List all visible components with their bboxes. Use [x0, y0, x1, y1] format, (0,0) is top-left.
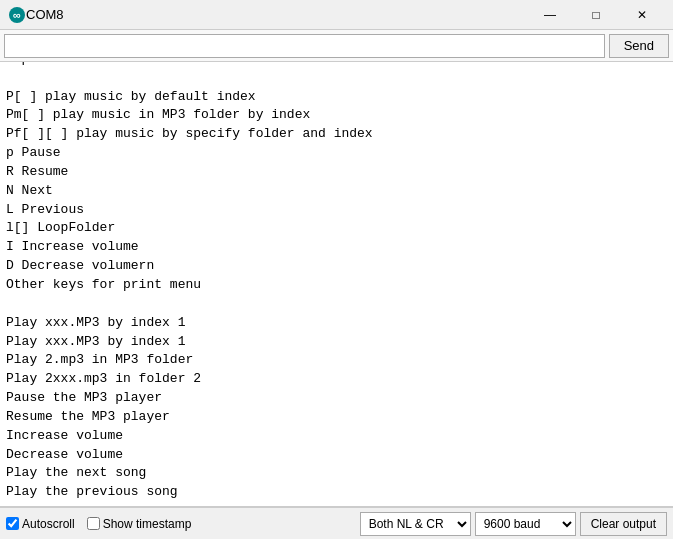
status-right: No line endingNewlineCarriage returnBoth…: [360, 512, 667, 536]
minimize-button[interactable]: —: [527, 0, 573, 30]
autoscroll-label[interactable]: Autoscroll: [6, 517, 75, 531]
svg-text:∞: ∞: [13, 9, 21, 21]
output-line: Play xxx.MP3 by index 1: [6, 333, 667, 352]
timestamp-text: Show timestamp: [103, 517, 192, 531]
timestamp-checkbox[interactable]: [87, 517, 100, 530]
status-bar: Autoscroll Show timestamp No line ending…: [0, 507, 673, 539]
output-line: Play the next song: [6, 464, 667, 483]
output-line: Other keys for print menu: [6, 276, 667, 295]
send-button[interactable]: Send: [609, 34, 669, 58]
output-line: [6, 295, 667, 314]
output-line: Play 2.mp3 in MP3 folder: [6, 351, 667, 370]
autoscroll-checkbox[interactable]: [6, 517, 19, 530]
output-line: l[] LoopFolder: [6, 219, 667, 238]
output-text: Grove - Serial MP3 DemoInput command: P[…: [6, 62, 667, 502]
output-line: I Increase volume: [6, 238, 667, 257]
output-line: [6, 69, 667, 88]
output-line: Play xxx.MP3 by index 1: [6, 314, 667, 333]
serial-monitor-output: Grove - Serial MP3 DemoInput command: P[…: [0, 62, 673, 507]
close-button[interactable]: ✕: [619, 0, 665, 30]
line-ending-select[interactable]: No line endingNewlineCarriage returnBoth…: [360, 512, 471, 536]
timestamp-label[interactable]: Show timestamp: [87, 517, 192, 531]
output-line: Play the previous song: [6, 483, 667, 502]
output-line: Pf[ ][ ] play music by specify folder an…: [6, 125, 667, 144]
status-left: Autoscroll Show timestamp: [6, 517, 352, 531]
clear-output-button[interactable]: Clear output: [580, 512, 667, 536]
output-line: R Resume: [6, 163, 667, 182]
autoscroll-text: Autoscroll: [22, 517, 75, 531]
output-line: Play 2xxx.mp3 in folder 2: [6, 370, 667, 389]
baud-rate-select[interactable]: 300 baud1200 baud2400 baud4800 baud9600 …: [475, 512, 576, 536]
output-line: Pm[ ] play music in MP3 folder by index: [6, 106, 667, 125]
toolbar: Send: [0, 30, 673, 62]
output-line: P[ ] play music by default index: [6, 88, 667, 107]
output-line: N Next: [6, 182, 667, 201]
output-line: Input command:: [6, 62, 667, 69]
output-line: Pause the MP3 player: [6, 389, 667, 408]
window-title: COM8: [26, 7, 527, 22]
maximize-button[interactable]: □: [573, 0, 619, 30]
output-line: L Previous: [6, 201, 667, 220]
output-line: Decrease volume: [6, 446, 667, 465]
output-line: Resume the MP3 player: [6, 408, 667, 427]
send-input[interactable]: [4, 34, 605, 58]
title-bar: ∞ COM8 — □ ✕: [0, 0, 673, 30]
output-line: D Decrease volumern: [6, 257, 667, 276]
output-line: p Pause: [6, 144, 667, 163]
window-controls: — □ ✕: [527, 0, 665, 30]
output-line: Increase volume: [6, 427, 667, 446]
arduino-logo-icon: ∞: [8, 6, 26, 24]
